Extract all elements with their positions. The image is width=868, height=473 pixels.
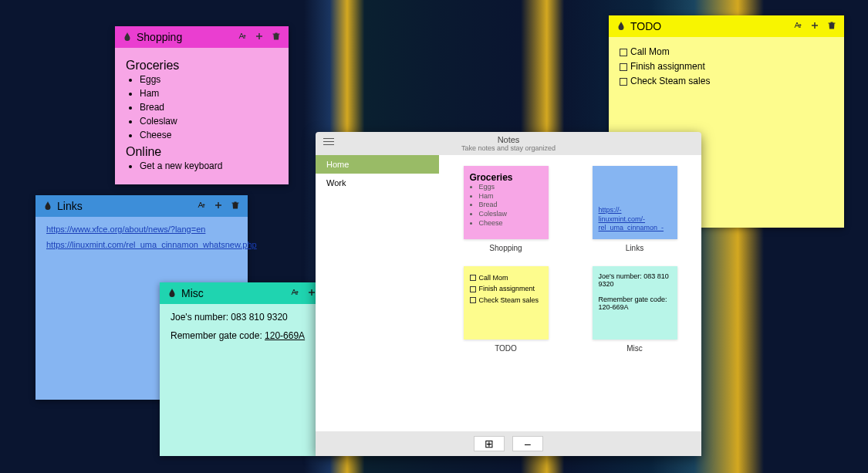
- heading-groceries: Groceries: [126, 59, 278, 73]
- app-header[interactable]: Notes Take notes and stay organized: [316, 132, 701, 155]
- checkbox-icon[interactable]: [620, 49, 627, 56]
- note-card-misc: Joe's number: 083 810 9320 Remember gate…: [582, 266, 687, 353]
- sidebar: Home Work: [316, 155, 439, 431]
- note-preview[interactable]: Call Mom Finish assignment Check Steam s…: [464, 266, 549, 340]
- note-preview[interactable]: Groceries Eggs Ham Bread Coleslaw Cheese: [464, 166, 549, 239]
- checkbox-icon[interactable]: [620, 78, 627, 86]
- trash-icon[interactable]: [827, 21, 836, 32]
- note-label: Misc: [627, 344, 643, 353]
- note-label: Links: [626, 244, 643, 252]
- note-card-shopping: Groceries Eggs Ham Bread Coleslaw Cheese…: [453, 166, 559, 252]
- checkbox-icon: [470, 286, 476, 292]
- note-label: Shopping: [489, 244, 522, 252]
- format-icon[interactable]: [197, 201, 206, 212]
- note-preview[interactable]: Joe's number: 083 810 9320 Remember gate…: [593, 266, 677, 340]
- trash-icon[interactable]: [272, 32, 281, 43]
- format-icon[interactable]: [290, 288, 299, 299]
- sticky-shopping[interactable]: Shopping Groceries Eggs Ham Bread Colesl…: [115, 26, 289, 184]
- link-1[interactable]: https://www.xfce.org/about/news/?lang=en: [46, 225, 237, 234]
- sticky-title: Links: [57, 200, 192, 212]
- app-subtitle: Take notes and stay organized: [322, 144, 695, 152]
- checkbox-icon: [470, 275, 476, 281]
- note-preview[interactable]: https://- linuxmint.com/- rel_uma_cinnam…: [593, 166, 677, 239]
- todo-item[interactable]: Finish assignment: [620, 59, 833, 74]
- add-icon[interactable]: [255, 32, 264, 43]
- misc-line1: Joe's number: 083 810 9320: [171, 312, 330, 323]
- online-list: Get a new keyboard: [140, 159, 278, 173]
- add-icon[interactable]: [214, 201, 223, 212]
- sticky-title: Misc: [181, 287, 285, 299]
- drop-icon: [123, 32, 132, 43]
- format-icon[interactable]: [793, 21, 802, 32]
- sticky-misc[interactable]: Misc Joe's number: 083 810 9320 Remember…: [160, 282, 341, 456]
- link-2[interactable]: https://linuxmint.com/rel_uma_cinnamon_w…: [46, 240, 237, 249]
- sticky-body[interactable]: Groceries Eggs Ham Bread Coleslaw Cheese…: [115, 48, 289, 184]
- sidebar-item-home[interactable]: Home: [316, 155, 439, 174]
- groceries-list: Eggs Ham Bread Coleslaw Cheese: [140, 73, 278, 142]
- sticky-title: Shopping: [137, 31, 233, 43]
- note-label: TODO: [495, 344, 517, 353]
- drop-icon: [43, 201, 52, 212]
- sticky-header[interactable]: Links: [35, 195, 248, 217]
- misc-line2: Remember gate code: 120-669A: [171, 330, 330, 341]
- trash-icon[interactable]: [231, 201, 240, 212]
- todo-item[interactable]: Check Steam sales: [620, 74, 833, 89]
- checkbox-icon[interactable]: [620, 63, 627, 71]
- app-footer: ⊞ –: [316, 431, 701, 456]
- notes-app-window[interactable]: Notes Take notes and stay organized Home…: [316, 132, 701, 456]
- sticky-header[interactable]: Misc: [160, 282, 341, 304]
- app-title: Notes: [322, 135, 695, 144]
- sticky-body[interactable]: Joe's number: 083 810 9320 Remember gate…: [160, 304, 341, 456]
- drop-icon: [167, 288, 177, 299]
- todo-item[interactable]: Call Mom: [620, 45, 833, 59]
- app-body: Home Work Groceries Eggs Ham Bread Coles…: [316, 155, 701, 431]
- notes-grid: Groceries Eggs Ham Bread Coleslaw Cheese…: [439, 155, 701, 431]
- add-icon[interactable]: [810, 21, 819, 32]
- sticky-title: TODO: [630, 20, 789, 32]
- remove-note-button[interactable]: –: [512, 436, 543, 451]
- format-icon[interactable]: [238, 32, 247, 43]
- sticky-header[interactable]: TODO: [609, 15, 844, 37]
- sidebar-item-work[interactable]: Work: [316, 174, 439, 192]
- checkbox-icon: [470, 297, 476, 303]
- sticky-header[interactable]: Shopping: [115, 26, 289, 48]
- note-card-todo: Call Mom Finish assignment Check Steam s…: [453, 266, 559, 353]
- heading-online: Online: [126, 145, 278, 159]
- add-note-button[interactable]: ⊞: [474, 436, 505, 451]
- note-card-links: https://- linuxmint.com/- rel_uma_cinnam…: [582, 166, 687, 252]
- drop-icon: [616, 21, 626, 32]
- hamburger-icon[interactable]: [323, 138, 334, 147]
